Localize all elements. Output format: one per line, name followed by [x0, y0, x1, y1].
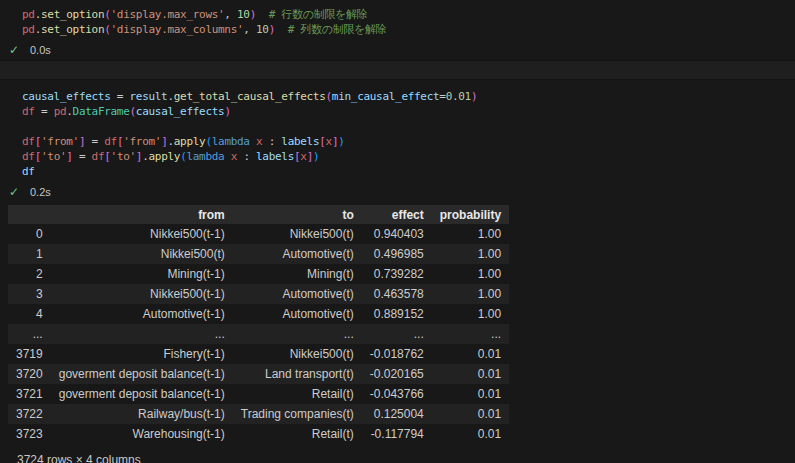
code-token: ) — [338, 135, 344, 148]
table-row: ............... — [8, 324, 509, 344]
code-token: 'to' — [41, 150, 66, 163]
code-token: = — [85, 135, 104, 148]
table-cell: Fishery(t-1) — [51, 344, 233, 364]
code-token: set_option — [41, 23, 104, 36]
table-column-header: from — [51, 205, 233, 224]
table-cell: ... — [362, 324, 432, 344]
row-index-cell: 3720 — [8, 364, 51, 384]
table-cell: Mining(t-1) — [51, 264, 233, 284]
table-cell: 0.739282 — [362, 264, 432, 284]
dataframe-shape-footer: 3724 rows × 4 columns — [8, 444, 795, 463]
code-token: 10 — [256, 23, 269, 36]
code-line: pd.set_option('display.max_columns', 10)… — [22, 22, 787, 37]
row-index-cell: 3721 — [8, 384, 51, 404]
table-row: 3722Railway/bus(t-1)Trading companies(t)… — [8, 404, 509, 424]
table-cell: ... — [233, 324, 362, 344]
row-index-cell: 3 — [8, 284, 51, 304]
code-token — [256, 8, 269, 21]
code-token: DataFrame — [73, 105, 130, 118]
execution-status-1: ✓ 0.0s — [0, 40, 795, 60]
table-cell: 0.01 — [432, 404, 509, 424]
execution-time: 0.0s — [30, 44, 51, 56]
code-token: causal_effects — [22, 90, 111, 103]
table-row: 0Nikkei500(t-1)Nikkei500(t)0.9404031.00 — [8, 224, 509, 244]
table-cell: 0.01 — [432, 424, 509, 444]
table-cell: goverment deposit balance(t-1) — [51, 364, 233, 384]
table-row: 3720goverment deposit balance(t-1)Land t… — [8, 364, 509, 384]
execution-time: 0.2s — [30, 186, 51, 198]
code-token: set_option — [41, 8, 104, 21]
table-cell: Retail(t) — [233, 424, 362, 444]
table-cell: Warehousing(t-1) — [51, 424, 233, 444]
notebook-editor: { "colors": { "fg": "#cccccc", "red": "#… — [0, 0, 795, 463]
table-cell: 1.00 — [432, 304, 509, 324]
table-cell: -0.018762 — [362, 344, 432, 364]
table-cell: 1.00 — [432, 244, 509, 264]
table-cell: 1.00 — [432, 284, 509, 304]
table-row: 3723Warehousing(t-1)Retail(t)-0.1177940.… — [8, 424, 509, 444]
table-cell: Automotive(t) — [233, 284, 362, 304]
table-cell: 0.463578 — [362, 284, 432, 304]
code-editor-1[interactable]: pd.set_option('display.max_rows', 10) # … — [0, 0, 795, 40]
cell-output: fromtoeffectprobability 0Nikkei500(t-1)N… — [0, 202, 795, 463]
code-token: df — [22, 150, 35, 163]
code-token: # 列数の制限を解除 — [288, 23, 387, 36]
code-token: pd — [22, 8, 35, 21]
row-index-cell: 2 — [8, 264, 51, 284]
code-token — [275, 23, 288, 36]
execution-status-2: ✓ 0.2s — [0, 182, 795, 202]
code-token: = — [73, 150, 92, 163]
table-cell: 1.00 — [432, 224, 509, 244]
code-token: apply — [174, 135, 206, 148]
table-cell: Retail(t) — [233, 384, 362, 404]
table-cell: Mining(t) — [233, 264, 362, 284]
table-cell: Nikkei500(t) — [233, 344, 362, 364]
table-cell: Trading companies(t) — [233, 404, 362, 424]
table-cell: -0.020165 — [362, 364, 432, 384]
code-line: causal_effects = result.get_total_causal… — [22, 89, 787, 104]
table-cell: Railway/bus(t-1) — [51, 404, 233, 424]
code-token: ) — [313, 150, 319, 163]
code-cell-1: pd.set_option('display.max_rows', 10) # … — [0, 0, 795, 60]
code-line: df — [22, 164, 787, 179]
table-cell: 0.496985 — [362, 244, 432, 264]
code-line — [22, 119, 787, 134]
table-cell: 0.01 — [432, 344, 509, 364]
table-header-row: fromtoeffectprobability — [8, 205, 509, 224]
table-cell: Automotive(t) — [233, 304, 362, 324]
code-cell-2: causal_effects = result.get_total_causal… — [0, 80, 795, 202]
code-token: labels — [256, 150, 294, 163]
code-token: 10 — [237, 8, 250, 21]
table-cell: Nikkei500(t) — [233, 224, 362, 244]
table-cell: Nikkei500(t-1) — [51, 224, 233, 244]
check-icon: ✓ — [9, 186, 30, 198]
table-cell: Automotive(t-1) — [51, 304, 233, 324]
code-token: lambda — [186, 150, 224, 163]
code-token: min_causal_effect — [332, 90, 439, 103]
table-cell: 0.01 — [432, 384, 509, 404]
cell-divider — [0, 60, 795, 80]
code-token: 'to' — [111, 150, 136, 163]
code-token: : — [237, 150, 256, 163]
row-index-cell: 1 — [8, 244, 51, 264]
table-row: 1Nikkei500(t)Automotive(t)0.4969851.00 — [8, 244, 509, 264]
code-token: pd — [22, 23, 35, 36]
code-token: df — [92, 150, 105, 163]
table-column-header: to — [233, 205, 362, 224]
code-token: df — [104, 135, 117, 148]
code-token: df — [22, 165, 35, 178]
table-row: 3721goverment deposit balance(t-1)Retail… — [8, 384, 509, 404]
row-index-cell: 3719 — [8, 344, 51, 364]
code-token: 'display.max_columns' — [111, 23, 244, 36]
table-cell: -0.117794 — [362, 424, 432, 444]
table-cell: ... — [432, 324, 509, 344]
table-column-header: probability — [432, 205, 509, 224]
code-token: get_total_causal_effects — [174, 90, 326, 103]
code-line: df = pd.DataFrame(causal_effects) — [22, 104, 787, 119]
code-editor-2[interactable]: causal_effects = result.get_total_causal… — [0, 80, 795, 182]
table-column-header — [8, 205, 51, 224]
code-token: causal_effects — [136, 105, 225, 118]
code-token: df — [22, 135, 35, 148]
code-line: df['from'] = df['from'].apply(lambda x :… — [22, 134, 787, 149]
table-cell: 0.125004 — [362, 404, 432, 424]
